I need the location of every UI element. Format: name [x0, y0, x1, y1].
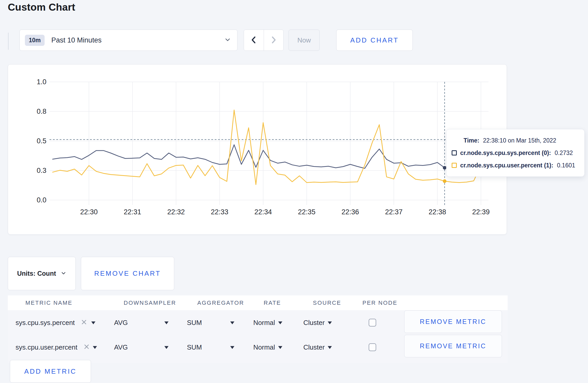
next-time-button[interactable]	[264, 30, 284, 51]
time-window-label: Past 10 Minutes	[51, 36, 102, 44]
triangle-down-icon	[278, 346, 282, 349]
chart-card: 1.00.80.50.30.022:3022:3122:3222:3322:34…	[8, 64, 507, 235]
col-header-rate: RATE	[264, 300, 281, 306]
triangle-down-icon[interactable]	[93, 346, 97, 349]
add-chart-button[interactable]: ADD CHART	[336, 30, 413, 51]
x-axis-tick-label: 22:34	[254, 208, 272, 216]
series-hover-dot-1	[443, 179, 446, 183]
tooltip-time-label: Time:	[464, 137, 479, 144]
series-line-1	[53, 110, 488, 185]
per-node-checkbox[interactable]	[369, 343, 376, 351]
x-axis-tick-label: 22:30	[80, 208, 98, 216]
source-select[interactable]: Cluster	[303, 318, 332, 327]
rate-value: Normal	[253, 318, 275, 326]
col-header-metric-name: METRIC NAME	[25, 300, 73, 306]
y-axis-tick-label: 0.8	[37, 108, 46, 115]
y-axis-tick-label: 1.0	[37, 78, 46, 86]
now-button[interactable]: Now	[289, 30, 320, 51]
chevron-right-icon	[269, 36, 278, 45]
col-header-source: SOURCE	[313, 300, 341, 306]
metric-name-select[interactable]: sys.cpu.sys.percent	[16, 318, 75, 327]
source-select[interactable]: Cluster	[303, 343, 332, 351]
col-header-per-node: PER NODE	[362, 300, 397, 306]
rate-select[interactable]: Normal	[253, 318, 282, 327]
tooltip-series-label: cr.node.sys.cpu.sys.percent (0):	[460, 150, 551, 157]
x-axis-tick-label: 22:36	[341, 208, 359, 216]
aggregator-select[interactable]: SUM	[187, 343, 202, 351]
aggregator-select[interactable]: SUM	[187, 318, 202, 327]
units-selector[interactable]: Units: Count	[8, 257, 76, 290]
tooltip-series-value: 0.1601	[557, 162, 575, 169]
toolbar-divider	[8, 33, 9, 50]
triangle-down-icon[interactable]	[230, 321, 234, 324]
chevron-down-icon	[61, 270, 66, 277]
custom-chart-page: Custom Chart 10m Past 10 Minutes Now ADD…	[0, 0, 588, 383]
time-nav-group	[244, 30, 284, 51]
series-swatch-icon	[452, 163, 457, 168]
triangle-down-icon[interactable]	[164, 346, 169, 349]
metrics-table-body: sys.cpu.sys.percent AVG SUM Normal Clust…	[8, 310, 508, 363]
downsampler-select[interactable]: AVG	[114, 343, 128, 351]
col-header-downsampler: DOWNSAMPLER	[124, 300, 176, 306]
col-header-aggregator: AGGREGATOR	[197, 300, 244, 306]
triangle-down-icon	[328, 346, 332, 349]
add-metric-button[interactable]: ADD METRIC	[10, 360, 91, 383]
rate-select[interactable]: Normal	[253, 343, 282, 351]
page-title: Custom Chart	[8, 2, 75, 13]
units-label: Units: Count	[17, 270, 56, 277]
chevron-left-icon	[249, 36, 258, 45]
close-icon[interactable]	[83, 344, 90, 351]
tooltip-time-row: Time: 22:38:10 on Mar 15th, 2022	[464, 137, 584, 144]
metric-name-select[interactable]: sys.cpu.user.percent	[16, 343, 77, 351]
close-icon[interactable]	[81, 319, 87, 326]
series-hover-dot-0	[443, 166, 446, 169]
x-axis-tick-label: 22:31	[124, 208, 141, 216]
triangle-down-icon	[278, 322, 282, 324]
remove-metric-button[interactable]: REMOVE METRIC	[404, 335, 502, 357]
metric-row: sys.cpu.user.percent AVG SUM Normal Clus…	[8, 335, 508, 359]
time-window-badge: 10m	[25, 35, 45, 46]
tooltip-series-value: 0.2732	[555, 150, 573, 157]
y-axis-tick-label: 0.0	[37, 196, 46, 204]
source-value: Cluster	[303, 318, 325, 326]
metrics-chart[interactable]: 1.00.80.50.30.022:3022:3122:3222:3322:34…	[8, 65, 507, 235]
triangle-down-icon[interactable]	[164, 321, 169, 324]
x-axis-tick-label: 22:39	[472, 208, 490, 216]
chevron-down-icon	[224, 36, 231, 44]
time-window-selector[interactable]: 10m Past 10 Minutes	[19, 30, 237, 51]
y-axis-tick-label: 0.5	[37, 137, 46, 145]
downsampler-select[interactable]: AVG	[114, 318, 128, 327]
series-swatch-icon	[452, 150, 457, 155]
prev-time-button[interactable]	[244, 30, 264, 51]
x-axis-tick-label: 22:37	[385, 208, 403, 216]
triangle-down-icon[interactable]	[91, 321, 95, 324]
rate-value: Normal	[253, 343, 275, 351]
tooltip-series-label: cr.node.sys.cpu.user.percent (1):	[460, 162, 553, 169]
remove-metric-button[interactable]: REMOVE METRIC	[404, 310, 502, 333]
chart-hover-tooltip: Time: 22:38:10 on Mar 15th, 2022 cr.node…	[446, 129, 585, 177]
metric-row: sys.cpu.sys.percent AVG SUM Normal Clust…	[8, 310, 508, 335]
x-axis-tick-label: 22:33	[211, 208, 228, 216]
metrics-table-header: METRIC NAME DOWNSAMPLER AGGREGATOR RATE …	[8, 295, 508, 310]
x-axis-tick-label: 22:32	[167, 208, 185, 216]
triangle-down-icon[interactable]	[230, 346, 234, 349]
y-axis-tick-label: 0.3	[37, 167, 46, 174]
tooltip-time-value: 22:38:10 on Mar 15th, 2022	[483, 137, 556, 144]
x-axis-tick-label: 22:35	[298, 208, 316, 216]
x-axis-tick-label: 22:38	[429, 208, 446, 216]
triangle-down-icon	[328, 322, 332, 324]
tooltip-series-row: cr.node.sys.cpu.sys.percent (0): 0.2732	[452, 150, 584, 157]
remove-chart-button[interactable]: REMOVE CHART	[81, 257, 174, 290]
source-value: Cluster	[303, 343, 325, 351]
per-node-checkbox[interactable]	[369, 319, 376, 327]
tooltip-series-row: cr.node.sys.cpu.user.percent (1): 0.1601	[452, 162, 584, 169]
